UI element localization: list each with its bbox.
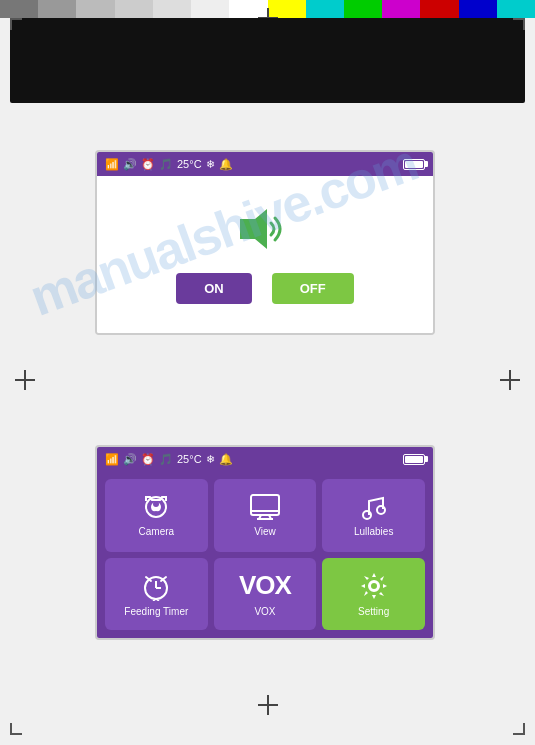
- lullabies-label: Lullabies: [354, 526, 393, 537]
- bell-icon-2: 🔔: [219, 453, 233, 466]
- signal-icon-2: 📶: [105, 453, 119, 466]
- color-bar-5: [153, 0, 191, 18]
- corner-tl: [10, 18, 22, 30]
- camera-label: Camera: [139, 526, 175, 537]
- vox-label: VOX: [254, 606, 275, 617]
- bottom-crosshair: [258, 695, 278, 715]
- color-bar-3: [76, 0, 114, 18]
- color-bar-magenta: [382, 0, 420, 18]
- vox-screen: 📶 🔊 ⏰ 🎵 25°C ❄ 🔔 ON OFF: [95, 150, 435, 335]
- bell-icon: 🔔: [219, 158, 233, 171]
- left-crosshair: [15, 370, 35, 390]
- svg-marker-0: [240, 209, 267, 249]
- camera-icon: [140, 493, 172, 521]
- battery-icon-2: [403, 454, 425, 465]
- alarm-clock-icon: [141, 571, 171, 601]
- temp-label-2: 25°C: [177, 453, 202, 465]
- menu-item-setting[interactable]: Setting: [322, 558, 425, 631]
- svg-point-10: [377, 506, 385, 514]
- vox-content: ON OFF: [97, 176, 433, 333]
- temp-label-1: 25°C: [177, 158, 202, 170]
- menu-item-camera[interactable]: Camera: [105, 479, 208, 552]
- right-crosshair: [500, 370, 520, 390]
- color-bar-cyan2: [497, 0, 535, 18]
- off-button[interactable]: OFF: [272, 273, 354, 304]
- snowflake-icon: ❄: [206, 158, 215, 171]
- gear-icon: [359, 571, 389, 601]
- menu-screen: 📶 🔊 ⏰ 🎵 25°C ❄ 🔔 Camera: [95, 445, 435, 640]
- feeding-timer-label: Feeding Timer: [124, 606, 188, 617]
- on-button[interactable]: ON: [176, 273, 252, 304]
- corner-bl: [10, 723, 22, 735]
- color-bar-green: [344, 0, 382, 18]
- menu-grid: Camera View Lullabies: [97, 471, 433, 638]
- color-bar-cyan: [306, 0, 344, 18]
- color-bar-6: [191, 0, 229, 18]
- signal-icon: 📶: [105, 158, 119, 171]
- view-label: View: [254, 526, 276, 537]
- color-bar-1: [0, 0, 38, 18]
- status-bar-1: 📶 🔊 ⏰ 🎵 25°C ❄ 🔔: [97, 152, 433, 176]
- color-bar-red: [420, 0, 458, 18]
- corner-tr: [513, 18, 525, 30]
- status-bar-2: 📶 🔊 ⏰ 🎵 25°C ❄ 🔔: [97, 447, 433, 471]
- volume-icon: 🔊: [123, 158, 137, 171]
- alarm-icon: ⏰: [141, 158, 155, 171]
- header-bar: [10, 18, 525, 103]
- color-bar-2: [38, 0, 76, 18]
- music-icon: 🎵: [159, 158, 173, 171]
- corner-br: [513, 723, 525, 735]
- menu-item-vox[interactable]: VOX VOX: [214, 558, 317, 631]
- vox-text-icon: VOX: [239, 570, 291, 601]
- menu-item-feeding-timer[interactable]: Feeding Timer: [105, 558, 208, 631]
- speaker-icon: [235, 205, 295, 253]
- svg-point-3: [153, 501, 159, 507]
- music-icon-menu: [359, 493, 389, 521]
- battery-fill-2: [405, 456, 423, 463]
- volume-icon-2: 🔊: [123, 453, 137, 466]
- monitor-icon: [249, 493, 281, 521]
- right-color-bars: [268, 0, 536, 18]
- snowflake-icon-2: ❄: [206, 453, 215, 466]
- setting-label: Setting: [358, 606, 389, 617]
- battery-icon-1: [403, 159, 425, 170]
- alarm-icon-2: ⏰: [141, 453, 155, 466]
- svg-point-19: [370, 582, 378, 590]
- menu-item-view[interactable]: View: [214, 479, 317, 552]
- left-color-bars: [0, 0, 268, 18]
- music-icon-2: 🎵: [159, 453, 173, 466]
- color-bar-blue: [459, 0, 497, 18]
- on-off-buttons: ON OFF: [176, 273, 354, 304]
- color-bar-4: [115, 0, 153, 18]
- battery-fill-1: [405, 161, 423, 168]
- menu-item-lullabies[interactable]: Lullabies: [322, 479, 425, 552]
